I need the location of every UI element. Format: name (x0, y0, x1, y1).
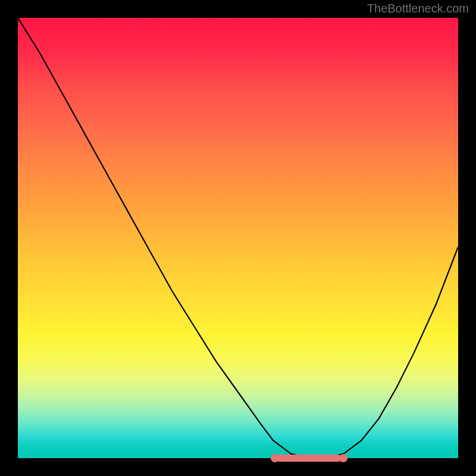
watermark-text: TheBottleneck.com (367, 2, 469, 15)
bottleneck-curve-line (18, 18, 458, 458)
optimal-zone-end-dot (339, 454, 347, 462)
bottleneck-curve-svg (18, 18, 458, 458)
optimal-zone-bar (275, 455, 341, 462)
